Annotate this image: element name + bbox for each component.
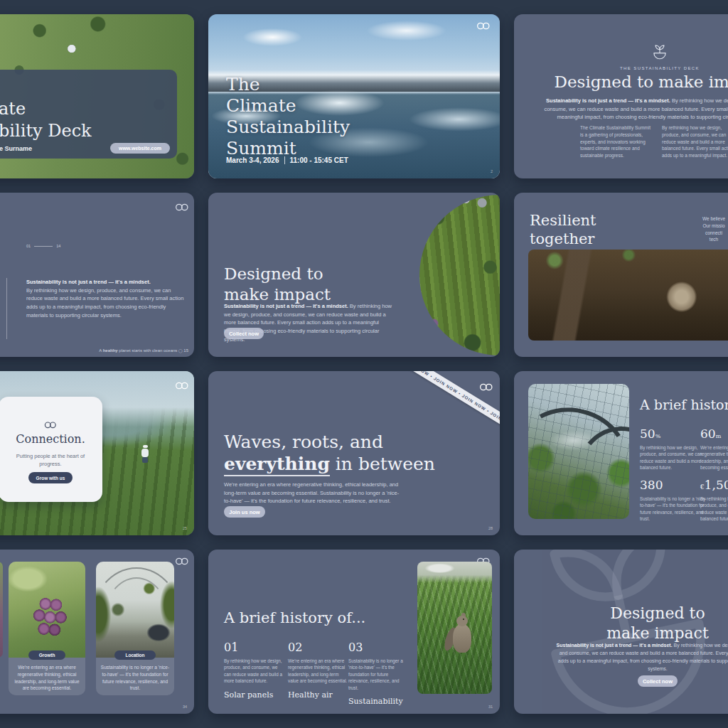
join-us-now-button[interactable]: Join us now <box>224 506 265 518</box>
item-text: Sustainability is no longer a 'nice-to-h… <box>348 658 410 691</box>
stat-block: €1,500 By rethinking how we design, prod… <box>700 478 728 523</box>
eyebrow-label: THE SUSTAINABILITY DECK <box>514 66 728 70</box>
stat-value: 1,500 <box>705 478 728 492</box>
infinity-logo-icon <box>174 557 190 566</box>
section-title: Designed tomake impact <box>555 604 728 643</box>
join-now-ribbon: JOIN NOW • JOIN NOW • JOIN NOW • JOIN NO… <box>392 371 500 438</box>
column-right-text: By rethinking how we design, produce, an… <box>662 124 728 159</box>
section-title: A brief history of... <box>224 609 365 626</box>
stat-value: 50 <box>640 427 655 441</box>
squirrel-image <box>417 562 492 694</box>
item-label: Sustainability <box>348 697 410 706</box>
slide-intro-text[interactable]: THE SUSTAINABILITY DECK Designed to make… <box>514 14 728 178</box>
card-title: Connection. <box>0 432 102 446</box>
deck-title: TheClimateSustainabilitySummit <box>226 74 350 159</box>
infinity-logo-icon <box>174 203 190 212</box>
collect-now-button[interactable]: Collect now <box>224 328 264 339</box>
stat-value: 380 <box>640 478 663 492</box>
column-left-text: The Climate Sustainability Summit is a g… <box>580 124 653 159</box>
section-title: Waves, roots, and everything in between <box>224 431 435 476</box>
page-number: 2 <box>491 169 493 173</box>
event-time: 11:00 - 15:45 CET <box>290 156 348 164</box>
statement-bold: Sustainability is not just a trend — it'… <box>26 278 184 287</box>
footer-a: A <box>99 348 102 353</box>
item-number: 03 <box>348 641 410 654</box>
section-title: Designed to make impact <box>514 73 728 91</box>
item-number: 01 <box>224 641 284 654</box>
slide-grid: ate bility Deck e Surname www.website.co… <box>0 0 728 728</box>
farmland-semicircle-image <box>419 195 500 355</box>
slide-main-title[interactable]: TheClimateSustainabilitySummit March 3-4… <box>208 14 500 178</box>
collect-now-button[interactable]: Collect now <box>638 675 678 687</box>
page-number: 28 <box>488 526 493 530</box>
event-date: March 3-4, 2026 <box>226 156 279 164</box>
numbered-item: 01 By rethinking how we design, produce,… <box>224 641 284 700</box>
stat-text: We're entering an era where regenerative… <box>700 444 728 471</box>
body-bold: Sustainability is not just a trend — it'… <box>557 643 673 648</box>
event-datetime: March 3-4, 202611:00 - 15:45 CET <box>226 156 348 164</box>
step-total: 14 <box>56 244 60 248</box>
stat-unit: % <box>655 433 661 439</box>
sprout-logo-icon <box>651 43 669 61</box>
squirrel-head <box>456 616 468 626</box>
step-line <box>34 246 53 247</box>
item-label: Solar panels <box>224 690 284 700</box>
cloud-forest-image <box>528 384 629 519</box>
card-sliver-image <box>0 562 3 658</box>
farmer-figure <box>140 445 151 473</box>
item-text: By rethinking how we design, produce, an… <box>224 658 284 685</box>
slide-waves-roots[interactable]: JOIN NOW • JOIN NOW • JOIN NOW • JOIN NO… <box>208 371 500 535</box>
aside-text: We believeOur missioconnectitech <box>697 215 728 243</box>
title-underlined-word: everything <box>224 454 330 476</box>
stat-block: 60m We're entering an era where regenera… <box>700 427 728 471</box>
stat-unit: m <box>716 433 722 439</box>
grapes-image <box>9 562 85 658</box>
numbered-item: 03 Sustainability is no longer a 'nice-t… <box>348 641 410 706</box>
slide-cover-photo[interactable]: ate bility Deck e Surname www.website.co… <box>0 14 194 178</box>
statement-rest: By rethinking how we design, produce, an… <box>26 287 184 320</box>
footer-page: 15 <box>183 348 188 353</box>
slide-connection[interactable]: Connection. Putting people at the heart … <box>0 371 194 535</box>
card-text: We're entering an era where regenerative… <box>12 664 82 692</box>
body-paragraph: Sustainability is not just a trend — it'… <box>555 642 728 673</box>
slide-impact-watermark[interactable]: Designed tomake impact Sustainability is… <box>514 550 728 714</box>
section-title: Resilienttogether <box>530 211 596 249</box>
title-rest: in between <box>330 454 435 474</box>
squirrel-body <box>453 624 471 653</box>
slide-statement[interactable]: 01 14 Sustainability is not just a trend… <box>0 193 194 357</box>
item-label: Healthy air <box>288 690 348 700</box>
lead-paragraph: Sustainability is not just a trend — it'… <box>542 97 728 122</box>
section-title: A brief history of... <box>640 397 728 412</box>
slide-resilient[interactable]: Resilienttogether We believeOur missioco… <box>514 193 728 357</box>
slide-impact-semicircle[interactable]: Designed tomake impact Sustainability is… <box>208 193 500 357</box>
squirrel-eye <box>463 619 464 620</box>
growth-tag: Growth <box>28 651 65 660</box>
numbered-item: 02 We're entering an era where regenerat… <box>288 641 348 700</box>
card-subtitle: Putting people at the heart of progress. <box>11 452 90 469</box>
step-indicator: 01 14 <box>26 244 60 248</box>
item-text: We're entering an era where regenerative… <box>288 658 348 685</box>
body-bold: Sustainability is not just a trend — it'… <box>224 303 348 309</box>
page-number: 31 <box>488 705 493 709</box>
footer-bold: healthy <box>103 348 118 353</box>
vertical-rule <box>6 278 7 339</box>
infinity-logo-icon <box>476 21 491 31</box>
grow-with-us-button[interactable]: Grow with us <box>28 472 73 483</box>
stat-text: By rethinking how we design, produce, an… <box>700 496 728 523</box>
datetime-divider <box>284 156 285 164</box>
slide-footer: A healthy planet starts with clean ocean… <box>99 348 188 353</box>
page-number: 25 <box>183 526 187 530</box>
photo-card[interactable]: Growth We're entering an era where regen… <box>9 562 85 695</box>
slide-history-stats[interactable]: A brief history of... 50% By rethinking … <box>514 371 728 535</box>
body-paragraph: We're entering an era where regenerative… <box>224 481 400 505</box>
slide-photo-cards[interactable]: Growth We're entering an era where regen… <box>0 550 194 714</box>
step-current: 01 <box>26 244 31 248</box>
circle-glyph: ◯ <box>178 348 183 353</box>
infinity-logo-icon <box>478 382 494 392</box>
website-button[interactable]: www.website.com <box>110 143 170 154</box>
lead-bold: Sustainability is not just a trend — it'… <box>546 97 670 104</box>
slide-history-columns[interactable]: A brief history of... 01 By rethinking h… <box>208 550 500 714</box>
photo-card[interactable]: Location Sustainability is no longer a '… <box>96 562 174 695</box>
greenhouse-image <box>96 562 174 658</box>
cover-title: ate bility Deck <box>0 98 92 142</box>
